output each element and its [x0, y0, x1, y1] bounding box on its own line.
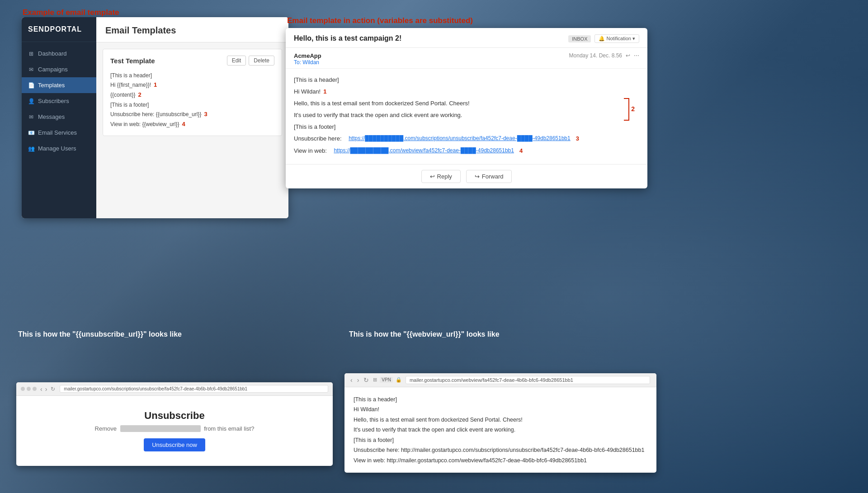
email-line1-text: Hello, this is a test email sent from do… [294, 99, 470, 108]
annotation-webview-label: This is how the "{{webview_url}}" looks … [349, 330, 500, 338]
template-content: [This is a header] Hi {{first_name}}! 1 … [110, 71, 274, 129]
main-body: Test Template Edit Delete [This is a hea… [96, 42, 288, 218]
email-webview-line: View in web: https://██████████.com/webv… [294, 146, 639, 156]
email-body-line1: Hello, this is a test email sent from do… [294, 99, 603, 108]
sidebar-item-label: Dashboard [38, 50, 67, 57]
unsub-desc-prefix: Remove [95, 425, 117, 432]
unsubscribe-desc: Remove ████████.███████.com from this em… [95, 425, 255, 432]
webview-refresh-btn[interactable]: ↻ [362, 376, 370, 384]
forward-btn[interactable]: › [45, 385, 47, 393]
email-body-footer: [This is a footer] [294, 122, 639, 132]
sidebar-item-label: Campaigns [38, 66, 68, 73]
templates-icon: 📄 [28, 82, 34, 89]
browser-url-bar[interactable]: mailer.gostartupco.com/subscriptions/uns… [60, 385, 328, 393]
sidebar-item-templates[interactable]: 📄 Templates [22, 77, 96, 93]
email-body: [This is a header] Hi Wildan! 1 Hello, t… [286, 69, 647, 164]
reply-button[interactable]: ↩ Reply [421, 170, 461, 183]
template-greeting-text: Hi {{first_name}}! [110, 80, 151, 89]
forward-button[interactable]: ↪ Forward [466, 170, 512, 183]
app-window: SENDPORTAL ⊞ Dashboard ✉ Campaigns 📄 Tem… [22, 17, 288, 218]
body-num-badge-2: 2 [631, 104, 635, 115]
template-name: Test Template [110, 57, 155, 65]
webview-greeting: Hi Wildan! [354, 404, 647, 415]
page-header: Email Templates [96, 17, 288, 42]
vpn-badge: VPN [380, 377, 393, 383]
unsub-url[interactable]: https://██████████.com/subscriptions/uns… [349, 134, 571, 143]
webview-footer: [This is a footer] [354, 435, 647, 446]
edit-button[interactable]: Edit [227, 56, 246, 66]
back-btn[interactable]: ‹ [40, 385, 42, 393]
email-header: Hello, this is a test campaign 2! INBOX … [286, 28, 647, 48]
subscribers-icon: 👤 [28, 98, 34, 104]
unsubscribe-button[interactable]: Unsubscribe now [144, 438, 205, 451]
refresh-btn[interactable]: ↻ [51, 386, 55, 392]
webview-header: [This is a header] [354, 394, 647, 405]
template-header-text: [This is a header] [110, 71, 152, 80]
email-greeting-text: Hi Wildan! [294, 87, 321, 97]
sidebar-item-label: Templates [38, 82, 65, 89]
forward-label: Forward [482, 173, 504, 180]
sidebar-logo: SENDPORTAL [22, 17, 96, 42]
sidebar-item-label: Messages [38, 113, 65, 120]
sidebar-item-label: Email Services [38, 129, 77, 136]
num-badge-2: 2 [138, 90, 141, 100]
webview-unsubscribe: Unsubscribe here: http://mailer.gostartu… [354, 445, 647, 455]
unsub-email-blurred: ████████.███████.com [120, 425, 201, 432]
email-line2-text: It's used to verify that track the open … [294, 110, 462, 120]
num-badge-1: 1 [154, 80, 157, 90]
template-content-text: {{content}} [110, 90, 135, 99]
template-actions: Edit Delete [227, 56, 274, 66]
sidebar-item-campaigns[interactable]: ✉ Campaigns [22, 61, 96, 77]
email-date-text: Monday 14. Dec. 8.56 [569, 52, 622, 59]
webview-forward-btn[interactable]: › [356, 376, 361, 384]
template-line-5: Unsubscribe here: {{unsubscribe_url}} 3 [110, 109, 274, 119]
reply-icon[interactable]: ↩ [626, 52, 630, 59]
sidebar-item-subscribers[interactable]: 👤 Subscribers [22, 93, 96, 109]
webview-window: ‹ › ↻ ⊞ VPN 🔒 mailer.gostartupco.com/web… [344, 373, 656, 473]
browser-dot-1 [21, 387, 25, 391]
manage-users-icon: 👥 [28, 146, 34, 152]
email-subject: Hello, this is a test campaign 2! [294, 34, 401, 42]
sidebar-item-manage-users[interactable]: 👥 Manage Users [22, 141, 96, 156]
sidebar-item-messages[interactable]: ✉ Messages [22, 109, 96, 125]
inbox-badge: INBOX [568, 35, 591, 42]
unsub-desc-suffix: from this email list? [204, 425, 254, 432]
webview-line2: It's used to verify that track the open … [354, 425, 647, 435]
email-footer-text: [This is a footer] [294, 122, 335, 132]
template-card-header: Test Template Edit Delete [110, 56, 274, 66]
more-options-icon[interactable]: ⋯ [634, 52, 639, 59]
sidebar-nav: ⊞ Dashboard ✉ Campaigns 📄 Templates 👤 Su… [22, 42, 96, 156]
sender-info: AcmeApp To: Wildan [294, 52, 321, 66]
unsubscribe-button-label: Unsubscribe now [152, 441, 197, 448]
notification-badge[interactable]: 🔔 Notification ▾ [594, 34, 639, 43]
email-header-text: [This is a header] [294, 75, 339, 85]
webview-url[interactable]: https://██████████.com/webview/fa452fc7-… [334, 146, 514, 155]
email-body-header: [This is a header] [294, 75, 639, 85]
template-line-3: {{content}} 2 [110, 90, 274, 100]
lock-icon: 🔒 [396, 377, 402, 383]
webview-line1: Hello, this is a test email sent from do… [354, 415, 647, 425]
template-footer-text: [This is a footer] [110, 100, 149, 109]
grid-icon: ⊞ [373, 377, 377, 383]
sidebar-item-email-services[interactable]: 📧 Email Services [22, 125, 96, 141]
unsub-num-badge: 3 [576, 134, 579, 144]
messages-icon: ✉ [28, 114, 34, 120]
sidebar-item-dashboard[interactable]: ⊞ Dashboard [22, 46, 96, 61]
email-footer-actions: ↩ Reply ↪ Forward [286, 164, 647, 188]
page-title: Email Templates [105, 25, 279, 36]
template-line-2: Hi {{first_name}}! 1 [110, 80, 274, 90]
webview-browser-bar: ‹ › ↻ ⊞ VPN 🔒 mailer.gostartupco.com/web… [344, 373, 656, 387]
email-unsubscribe-line: Unsubscribe here: https://██████████.com… [294, 134, 639, 144]
email-window: Hello, this is a test campaign 2! INBOX … [286, 28, 647, 188]
webview-back-btn[interactable]: ‹ [349, 376, 354, 384]
email-body-greeting: Hi Wildan! 1 [294, 87, 639, 97]
webview-label: View in web: [294, 146, 327, 156]
logo-text: SENDPORTAL [28, 25, 82, 33]
webview-url-bar[interactable]: mailer.gostartupco.com/webview/fa452fc7-… [406, 376, 650, 384]
unsubscribe-body: Unsubscribe Remove ████████.███████.com … [16, 396, 333, 465]
reply-icon: ↩ [430, 173, 435, 180]
sender-to: To: Wildan [294, 59, 321, 66]
unsub-label: Unsubscribe here: [294, 134, 342, 144]
campaigns-icon: ✉ [28, 66, 34, 73]
delete-button[interactable]: Delete [249, 56, 274, 66]
